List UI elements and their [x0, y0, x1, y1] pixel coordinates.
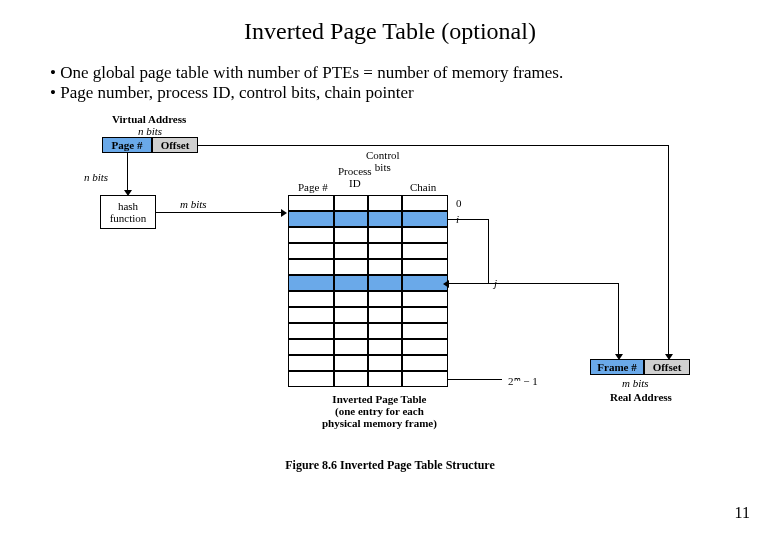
table-cell: [288, 307, 334, 323]
table-cell: [368, 371, 402, 387]
table-cell: [288, 211, 334, 227]
bullet-item: One global page table with number of PTE…: [50, 63, 780, 83]
table-cell: [368, 259, 402, 275]
table-cell: [402, 339, 448, 355]
idx-last: 2ᵐ − 1: [508, 375, 538, 388]
table-cell: [334, 307, 368, 323]
col-chain: Chain: [410, 181, 436, 193]
hash-out-line: [156, 212, 282, 213]
chain-line: [448, 219, 488, 220]
hash-function-box: hash function: [100, 195, 156, 229]
table-cell: [334, 275, 368, 291]
table-cell: [402, 323, 448, 339]
table-cell: [288, 323, 334, 339]
offset-down-line: [668, 145, 669, 355]
table-cell: [334, 339, 368, 355]
table-cell: [334, 243, 368, 259]
table-cell: [288, 371, 334, 387]
offset-line: [198, 145, 668, 146]
table-cell: [402, 211, 448, 227]
page-number: 11: [735, 504, 750, 522]
table-cell: [368, 195, 402, 211]
table-cell: [368, 307, 402, 323]
last-row-tick: [448, 379, 502, 380]
diagram: Virtual Address n bits Page # Offset n b…: [70, 113, 710, 473]
table-cell: [402, 195, 448, 211]
real-address-label: Real Address: [610, 391, 672, 403]
m-bits-label: m bits: [622, 377, 649, 389]
table-cell: [288, 339, 334, 355]
table-cell: [334, 227, 368, 243]
table-cell: [368, 291, 402, 307]
table-cell: [334, 259, 368, 275]
table-cell: [288, 243, 334, 259]
table-cell: [288, 259, 334, 275]
table-cell: [334, 355, 368, 371]
table-cell: [334, 211, 368, 227]
n-bits-label: n bits: [138, 125, 162, 137]
table-cell: [288, 291, 334, 307]
virtual-address-label: Virtual Address: [112, 113, 186, 125]
table-cell: [402, 259, 448, 275]
table-cell: [334, 291, 368, 307]
table-cell: [402, 371, 448, 387]
table-cell: [368, 275, 402, 291]
table-cell: [402, 227, 448, 243]
idx-0: 0: [456, 197, 462, 209]
j-to-frame-line: [618, 283, 619, 355]
n-bits-hash-in: n bits: [84, 171, 108, 183]
table-cell: [402, 243, 448, 259]
table-cell: [368, 211, 402, 227]
table-cell: [368, 339, 402, 355]
table-cell: [334, 323, 368, 339]
table-cell: [288, 227, 334, 243]
page-title: Inverted Page Table (optional): [0, 18, 780, 45]
table-cell: [368, 243, 402, 259]
offset-cell-2: Offset: [644, 359, 690, 375]
m-bits-hash-out: m bits: [180, 198, 207, 210]
table-cell: [402, 291, 448, 307]
frame-number-cell: Frame #: [590, 359, 644, 375]
page-to-hash-line: [127, 153, 128, 191]
table-cell: [402, 275, 448, 291]
table-cell: [288, 355, 334, 371]
table-cell: [402, 307, 448, 323]
j-to-frame-line: [448, 283, 618, 284]
figure-caption: Figure 8.6 Inverted Page Table Structure: [70, 458, 710, 473]
chain-line: [488, 219, 489, 283]
table-cell: [334, 371, 368, 387]
offset-cell: Offset: [152, 137, 198, 153]
table-cell: [334, 195, 368, 211]
col-page: Page #: [298, 181, 328, 193]
table-cell: [368, 355, 402, 371]
col-process-id: Process ID: [338, 165, 372, 189]
table-cell: [402, 355, 448, 371]
table-cell: [288, 195, 334, 211]
page-number-cell: Page #: [102, 137, 152, 153]
bullet-item: Page number, process ID, control bits, c…: [50, 83, 780, 103]
table-caption: Inverted Page Table (one entry for each …: [322, 393, 437, 429]
table-cell: [288, 275, 334, 291]
table-cell: [368, 323, 402, 339]
table-cell: [368, 227, 402, 243]
bullet-list: One global page table with number of PTE…: [50, 63, 780, 103]
